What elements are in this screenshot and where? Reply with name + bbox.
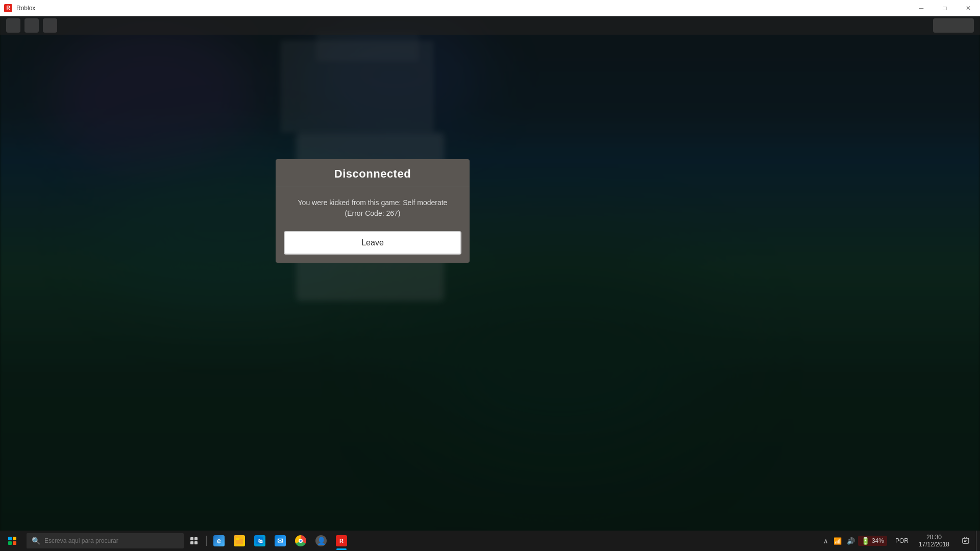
dialog-message: You were kicked from this game: Self mod… (288, 197, 457, 219)
svg-rect-2 (190, 541, 193, 544)
show-desktop-button[interactable] (976, 531, 980, 551)
explorer-icon (234, 535, 245, 546)
notification-icon (962, 537, 970, 545)
battery-icon: 🔋 (861, 537, 870, 545)
search-input[interactable] (44, 537, 179, 544)
game-toolbar (0, 16, 980, 35)
store-icon: 🛍 (254, 535, 265, 546)
toolbar-btn-settings[interactable] (933, 18, 974, 33)
svg-rect-8 (963, 538, 969, 543)
start-button[interactable] (0, 531, 24, 551)
svg-rect-5 (236, 538, 239, 540)
clock-date: 17/12/2018 (919, 541, 949, 548)
system-tray: ∧ 📶 🔊 🔋 34% (817, 536, 891, 546)
search-bar[interactable]: 🔍 (27, 533, 184, 548)
dialog-body: You were kicked from this game: Self mod… (276, 187, 470, 227)
minimize-button[interactable]: ─ (910, 0, 933, 16)
disconnected-dialog: Disconnected You were kicked from this g… (276, 159, 470, 263)
dialog-title: Disconnected (288, 167, 457, 181)
taskbar-app-store[interactable]: 🛍 (250, 531, 270, 551)
battery-indicator[interactable]: 🔋 34% (858, 536, 887, 546)
task-view-button[interactable] (184, 531, 204, 551)
titlebar-left: R Roblox (0, 4, 35, 12)
leave-button[interactable]: Leave (284, 231, 461, 255)
language-indicator[interactable]: POR (891, 537, 913, 544)
ie-icon: e (213, 535, 225, 546)
modal-overlay (0, 16, 980, 536)
titlebar: R Roblox ─ □ ✕ (0, 0, 980, 16)
roblox-app-icon: R (4, 4, 12, 12)
taskbar-app-chrome[interactable] (290, 531, 311, 551)
notification-button[interactable] (955, 531, 976, 551)
taskbar-app-explorer[interactable] (229, 531, 250, 551)
taskbar-divider (206, 536, 207, 546)
taskbar-app-roblox[interactable]: R (331, 531, 352, 551)
toolbar-btn-3[interactable] (43, 18, 57, 33)
taskbar-app-mail[interactable]: ✉ (270, 531, 290, 551)
titlebar-title: Roblox (16, 5, 35, 12)
maximize-button[interactable]: □ (933, 0, 957, 16)
svg-rect-0 (190, 537, 193, 540)
tray-expand-icon[interactable]: ∧ (821, 537, 830, 545)
taskbar: 🔍 e 🛍 ✉ (0, 531, 980, 551)
clock[interactable]: 20:30 17/12/2018 (913, 531, 955, 551)
taskbar-app-ie[interactable]: e (209, 531, 229, 551)
taskbar-app-person[interactable]: 👤 (311, 531, 331, 551)
svg-rect-1 (194, 537, 198, 540)
network-icon[interactable]: 📶 (831, 537, 844, 545)
titlebar-controls: ─ □ ✕ (910, 0, 980, 16)
chrome-icon (295, 535, 306, 546)
battery-percent: 34% (872, 537, 884, 544)
volume-icon[interactable]: 🔊 (845, 537, 857, 545)
close-button[interactable]: ✕ (957, 0, 980, 16)
task-view-icon (190, 537, 198, 545)
dialog-header: Disconnected (276, 159, 470, 187)
mail-icon: ✉ (275, 535, 286, 546)
taskbar-right: ∧ 📶 🔊 🔋 34% POR 20:30 17/12/2018 (817, 531, 980, 551)
toolbar-btn-2[interactable] (24, 18, 39, 33)
toolbar-btn-1[interactable] (6, 18, 20, 33)
clock-time: 20:30 (926, 534, 942, 541)
person-icon: 👤 (315, 535, 327, 546)
roblox-icon: R (336, 535, 347, 546)
windows-logo-icon (8, 537, 16, 545)
svg-text:🛍: 🛍 (258, 538, 263, 544)
search-icon: 🔍 (32, 537, 40, 545)
svg-rect-3 (194, 541, 198, 544)
